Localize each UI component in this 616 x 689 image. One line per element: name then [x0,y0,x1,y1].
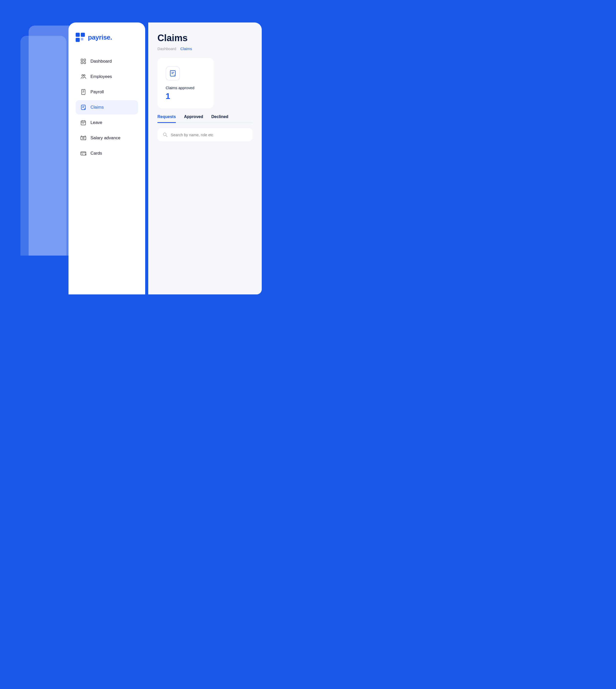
page-title: Claims [157,33,252,43]
svg-point-8 [82,75,83,76]
sidebar-item-label-cards: Cards [90,151,102,156]
sidebar-item-label-leave: Leave [90,120,102,125]
svg-rect-6 [81,62,83,64]
cards-icon [80,150,86,156]
search-input[interactable] [171,133,247,137]
svg-point-17 [85,109,85,109]
sidebar-item-payroll[interactable]: Payroll [76,85,138,99]
svg-rect-4 [81,59,83,61]
logo-icon [76,33,85,42]
logo-text: payrise. [88,34,112,41]
dashboard-icon [80,58,86,64]
svg-point-22 [83,137,84,139]
sidebar-item-employees[interactable]: Employees [76,69,138,84]
svg-line-33 [166,135,167,137]
sidebar: payrise. Dashboard Employees [68,22,145,294]
search-box [157,128,252,141]
search-icon [162,132,168,137]
svg-rect-2 [76,38,80,42]
sidebar-item-label-payroll: Payroll [90,89,104,94]
svg-rect-10 [82,89,85,94]
claims-stats-icon [169,70,176,77]
svg-rect-25 [81,152,86,155]
svg-rect-3 [81,38,83,40]
content-area: Claims Dashboard Claims Claims approved … [148,22,262,294]
breadcrumb-dashboard[interactable]: Dashboard [157,46,176,51]
sidebar-item-label-claims: Claims [90,105,104,110]
sidebar-item-cards[interactable]: Cards [76,146,138,160]
sidebar-item-salary-advance[interactable]: Salary advance [76,131,138,145]
sidebar-item-claims[interactable]: Claims [76,100,138,114]
svg-rect-21 [81,136,86,140]
breadcrumb: Dashboard Claims [157,46,252,51]
tabs-row: Requests Approved Declined [157,114,252,123]
svg-rect-7 [84,62,86,64]
breadcrumb-claims[interactable]: Claims [180,46,192,51]
svg-rect-18 [81,121,86,125]
tab-declined[interactable]: Declined [212,114,228,123]
sidebar-item-label-salary-advance: Salary advance [90,135,120,140]
logo-area: payrise. [76,33,138,42]
salary-advance-icon [80,135,86,141]
claims-icon [80,104,86,110]
svg-point-9 [84,75,85,76]
sidebar-item-label-dashboard: Dashboard [90,59,112,64]
tab-requests[interactable]: Requests [157,114,176,123]
svg-rect-1 [81,33,85,37]
stats-label: Claims approved [166,86,205,90]
stats-card: Claims approved 1 [157,58,214,108]
stats-value: 1 [166,92,205,100]
payroll-icon [80,89,86,95]
sidebar-item-dashboard[interactable]: Dashboard [76,54,138,68]
nav-list: Dashboard Employees Payroll [76,54,138,160]
svg-rect-5 [84,59,86,61]
employees-icon [80,73,86,80]
svg-rect-0 [76,33,80,37]
sidebar-item-leave[interactable]: Leave [76,115,138,130]
sidebar-item-label-employees: Employees [90,74,112,79]
svg-point-31 [174,75,175,76]
stats-icon-wrap [166,66,180,81]
tab-approved[interactable]: Approved [184,114,203,123]
leave-icon [80,119,86,126]
